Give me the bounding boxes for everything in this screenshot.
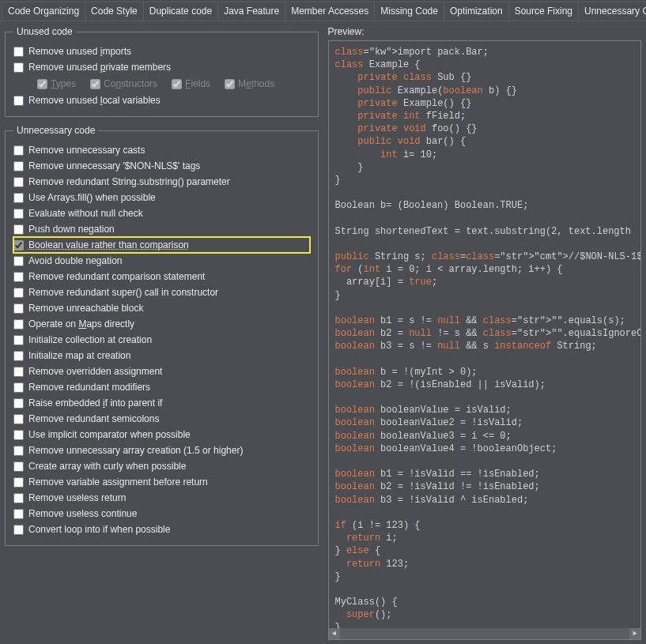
unnecessary-label-18: Use implicit comparator when possible	[28, 429, 191, 440]
unnecessary-checkbox-3[interactable]	[13, 193, 24, 203]
unused-sub-0: Types	[37, 78, 76, 89]
tab-java-feature[interactable]: Java Feature	[217, 2, 285, 21]
scroll-left-icon[interactable]: ◄	[329, 628, 340, 639]
unnecessary-checkbox-2[interactable]	[13, 177, 24, 187]
right-panel: Preview: class="kw">import pack.Bar; cla…	[323, 21, 647, 644]
scroll-right-icon[interactable]: ►	[629, 628, 640, 639]
unnecessary-check-0[interactable]: Remove unnecessary casts	[13, 142, 310, 158]
unnecessary-check-15[interactable]: Remove redundant modifiers	[13, 379, 310, 395]
unnecessary-checkbox-19[interactable]	[13, 446, 24, 456]
unnecessary-label-19: Remove unnecessary array creation (1.5 o…	[28, 445, 243, 456]
unnecessary-label-10: Remove unreachable block	[28, 303, 143, 314]
unused-sub-checkbox-3	[225, 79, 235, 89]
unnecessary-checkbox-9[interactable]	[13, 288, 24, 298]
unnecessary-label-6: Boolean value rather than comparison	[28, 239, 189, 250]
unnecessary-check-13[interactable]: Initialize map at creation	[13, 348, 310, 363]
unused-sub-1: Constructors	[90, 78, 157, 89]
unnecessary-checkbox-6[interactable]	[13, 240, 24, 250]
unused-sub-3: Methods	[225, 78, 274, 89]
unnecessary-checkbox-13[interactable]	[13, 351, 24, 361]
unnecessary-label-3: Use Arrays.fill() when possible	[28, 192, 156, 203]
unnecessary-checkbox-18[interactable]	[13, 430, 24, 440]
unnecessary-check-7[interactable]: Avoid double negation	[13, 253, 310, 269]
tab-missing-code[interactable]: Missing Code	[374, 2, 444, 21]
unused-label-1: Remove unused private members	[28, 62, 171, 73]
unnecessary-checkbox-23[interactable]	[13, 509, 24, 519]
unnecessary-label-0: Remove unnecessary casts	[28, 145, 145, 156]
unused-label-0: Remove unused imports	[28, 46, 131, 57]
content-area: Unused code Remove unused importsRemove …	[0, 21, 646, 644]
unnecessary-checkbox-20[interactable]	[13, 461, 24, 472]
unnecessary-label-13: Initialize map at creation	[28, 350, 130, 361]
unnecessary-check-12[interactable]: Initialize collection at creation	[13, 332, 310, 348]
tabbar: Code OrganizingCode StyleDuplicate codeJ…	[0, 0, 646, 21]
unnecessary-checkbox-17[interactable]	[13, 414, 24, 424]
unused-sub-row: TypesConstructorsFieldsMethods	[13, 75, 310, 92]
unnecessary-checkbox-21[interactable]	[13, 477, 24, 488]
unnecessary-check-19[interactable]: Remove unnecessary array creation (1.5 o…	[13, 443, 310, 458]
unnecessary-check-23[interactable]: Remove useless continue	[13, 506, 310, 522]
unnecessary-label-7: Avoid double negation	[28, 255, 123, 266]
unused-code-group: Unused code Remove unused importsRemove …	[5, 26, 319, 117]
unnecessary-checkbox-11[interactable]	[13, 319, 24, 330]
code-preview[interactable]: class="kw">import pack.Bar; class Exampl…	[328, 40, 642, 640]
unnecessary-check-5[interactable]: Push down negation	[13, 221, 310, 237]
unnecessary-check-8[interactable]: Remove redundant comparison statement	[13, 269, 310, 284]
unnecessary-checkbox-24[interactable]	[13, 525, 24, 535]
unused-check-1[interactable]: Remove unused private members	[13, 59, 310, 75]
unused-checkbox-0[interactable]	[13, 47, 24, 57]
tab-code-style[interactable]: Code Style	[85, 2, 144, 21]
unnecessary-label-14: Remove overridden assignment	[28, 366, 162, 377]
unnecessary-checkbox-12[interactable]	[13, 335, 24, 345]
unnecessary-check-11[interactable]: Operate on Maps directly	[13, 316, 310, 332]
unnecessary-check-16[interactable]: Raise embedded if into parent if	[13, 395, 310, 411]
unnecessary-check-20[interactable]: Create array with curly when possible	[13, 458, 310, 474]
unnecessary-check-9[interactable]: Remove redundant super() call in constru…	[13, 284, 310, 300]
unnecessary-check-14[interactable]: Remove overridden assignment	[13, 363, 310, 379]
unnecessary-checkbox-5[interactable]	[13, 224, 24, 235]
unnecessary-check-6[interactable]: Boolean value rather than comparison	[13, 237, 310, 253]
unnecessary-label-24: Convert loop into if when possible	[28, 524, 170, 535]
unnecessary-checkbox-8[interactable]	[13, 272, 24, 282]
unnecessary-checkbox-10[interactable]	[13, 303, 24, 314]
unnecessary-legend: Unnecessary code	[13, 125, 98, 136]
unnecessary-check-21[interactable]: Remove variable assignment before return	[13, 474, 310, 490]
unnecessary-check-1[interactable]: Remove unnecessary '$NON-NLS$' tags	[13, 158, 310, 174]
unnecessary-checkbox-1[interactable]	[13, 161, 24, 171]
unused-sub-checkbox-2	[172, 79, 182, 89]
left-panel: Unused code Remove unused importsRemove …	[0, 21, 323, 644]
tab-source-fixing[interactable]: Source Fixing	[508, 2, 579, 21]
unnecessary-label-23: Remove useless continue	[28, 508, 137, 519]
unused-label-2: Remove unused local variables	[28, 95, 161, 106]
unnecessary-label-1: Remove unnecessary '$NON-NLS$' tags	[28, 160, 200, 171]
tab-optimization[interactable]: Optimization	[444, 2, 509, 21]
unnecessary-check-17[interactable]: Remove redundant semicolons	[13, 411, 310, 427]
unnecessary-check-18[interactable]: Use implicit comparator when possible	[13, 427, 310, 443]
preview-h-scrollbar[interactable]: ◄►	[329, 628, 641, 639]
unnecessary-checkbox-0[interactable]	[13, 145, 24, 156]
unused-checkbox-1[interactable]	[13, 62, 24, 73]
unnecessary-checkbox-15[interactable]	[13, 382, 24, 393]
tab-code-organizing[interactable]: Code Organizing	[2, 2, 85, 21]
unnecessary-checkbox-7[interactable]	[13, 256, 24, 266]
tab-duplicate-code[interactable]: Duplicate code	[143, 2, 218, 21]
unnecessary-check-3[interactable]: Use Arrays.fill() when possible	[13, 190, 310, 205]
unnecessary-checkbox-14[interactable]	[13, 367, 24, 377]
unused-check-0[interactable]: Remove unused imports	[13, 43, 310, 59]
unnecessary-check-24[interactable]: Convert loop into if when possible	[13, 522, 310, 537]
unnecessary-check-10[interactable]: Remove unreachable block	[13, 300, 310, 316]
unnecessary-check-22[interactable]: Remove useless return	[13, 490, 310, 506]
unnecessary-checkbox-22[interactable]	[13, 493, 24, 503]
unnecessary-check-2[interactable]: Remove redundant String.substring() para…	[13, 174, 310, 190]
unnecessary-label-9: Remove redundant super() call in constru…	[28, 287, 218, 298]
unnecessary-checkbox-4[interactable]	[13, 209, 24, 219]
unused-sub-2: Fields	[172, 78, 210, 89]
tab-member-accesses[interactable]: Member Accesses	[285, 2, 375, 21]
unused-checkbox-2[interactable]	[13, 96, 24, 106]
unnecessary-label-17: Remove redundant semicolons	[28, 413, 159, 424]
tab-unnecessary-code[interactable]: Unnecessary Code	[578, 2, 646, 21]
unused-check-2[interactable]: Remove unused local variables	[13, 92, 310, 108]
unnecessary-checkbox-16[interactable]	[13, 398, 24, 409]
unnecessary-code-group: Unnecessary code Remove unnecessary cast…	[5, 125, 319, 546]
unnecessary-check-4[interactable]: Evaluate without null check	[13, 205, 310, 221]
